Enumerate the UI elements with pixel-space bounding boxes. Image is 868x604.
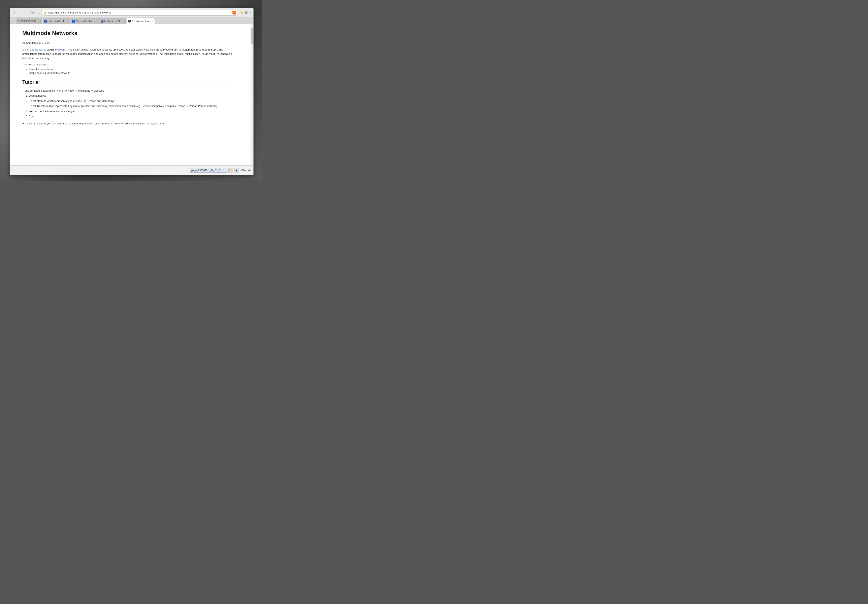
- close-button[interactable]: ×: [12, 10, 17, 15]
- version-label: This version contains:: [22, 63, 234, 66]
- tab-favicon: ⊙: [128, 20, 131, 23]
- fullscreen-icon[interactable]: ⤢: [249, 11, 252, 14]
- feature-text: Graph coloring for bipartite network: [29, 71, 70, 75]
- forward-button[interactable]: →: [24, 10, 29, 15]
- tutorial-menu-text: Transformation is available in menu: Win…: [22, 89, 234, 92]
- tab-close-icon[interactable]: ×: [39, 20, 41, 23]
- features-list: Projection of network Graph coloring for…: [29, 68, 234, 75]
- multimode-networks-link[interactable]: Multimode Networks: [22, 48, 46, 51]
- list-item: Run!: [29, 114, 234, 118]
- tab-close-icon[interactable]: ×: [152, 20, 153, 23]
- intro-paragraph: Multimode Networks plugin for Gephi . Th…: [22, 48, 234, 60]
- scrollbar[interactable]: [251, 24, 253, 165]
- tutorial-heading: Tutorial: [22, 79, 234, 87]
- tab-favicon: L: [72, 20, 75, 23]
- list-item: Select Transformation represented by mat…: [29, 104, 234, 108]
- tab-favicon: 🗺: [17, 20, 20, 23]
- open-folder-button[interactable]: 📁: [228, 168, 233, 173]
- clear-all-button[interactable]: Clear All: [241, 169, 251, 172]
- tab-item-active[interactable]: ⊙ GitHub - jaroslav-... ×: [127, 18, 155, 24]
- download-filename: page_2360619..._14_31_01.zip: [189, 168, 227, 172]
- intro-text-middle: plugin for: [47, 48, 58, 51]
- tab-label: 台北市地理相圖...: [21, 20, 38, 23]
- download-options-button[interactable]: ▼: [234, 168, 239, 173]
- toolbar-icons: ★ ⚙ ⤢: [240, 10, 252, 15]
- step-text: Select attribute which represents type o…: [29, 99, 114, 102]
- tab-favicon: F: [101, 20, 104, 23]
- tab-item[interactable]: ♂ netvizz on Faceb... ×: [43, 18, 70, 24]
- list-item: Graph coloring for bipartite network: [29, 71, 234, 75]
- page-content: Multimode Networks Author: Jaroslav Kuch…: [10, 24, 251, 165]
- rss-label: RSS: [232, 12, 236, 14]
- tab-close-icon[interactable]: ×: [96, 20, 98, 23]
- folder-icon: 📁: [229, 169, 232, 172]
- list-item: Select attribute which represents type o…: [29, 99, 234, 103]
- settings-gear-icon[interactable]: ⚙: [245, 11, 248, 15]
- list-item: Projection of network: [29, 68, 234, 71]
- page-title: Multimode Networks: [22, 30, 234, 38]
- url-bar-container: 🔒 RSS: [42, 10, 238, 16]
- step-text: Select Transformation represented by mat…: [29, 104, 217, 107]
- list-item: Load attributes: [29, 94, 234, 98]
- list-item: You can decide to remove nodes, edges: [29, 109, 234, 113]
- refresh-button[interactable]: ↻: [30, 10, 35, 15]
- tab-close-icon[interactable]: ×: [124, 20, 125, 23]
- tab-close-icon[interactable]: ×: [68, 20, 69, 23]
- browser-content: Multimode Networks Author: Jaroslav Kuch…: [10, 24, 253, 165]
- browser-topbar: × ← → ↻ ⌂ 🔒 RSS ★ ⚙ ⤢: [10, 8, 253, 17]
- tab-label: GitHub - jaroslav-...: [132, 20, 151, 22]
- home-button[interactable]: ⌂: [36, 10, 41, 15]
- tab-item[interactable]: L Find my Faceboo... ×: [71, 18, 99, 24]
- tab-label: netvizz on Faceb...: [48, 20, 66, 22]
- tab-favicon: ♂: [44, 20, 47, 23]
- back-button[interactable]: ←: [18, 10, 23, 15]
- bookmark-star-icon[interactable]: ★: [240, 10, 243, 15]
- feature-text: Projection of network: [29, 68, 53, 71]
- tab-label: Find my Faceboo...: [76, 20, 95, 22]
- lock-icon: 🔒: [44, 11, 47, 14]
- steps-list: Load attributes Select attribute which r…: [29, 94, 234, 118]
- new-tab-button[interactable]: +: [11, 19, 16, 23]
- step-text: Load attributes: [29, 94, 46, 97]
- rss-icon[interactable]: RSS: [232, 11, 236, 14]
- gephi-link[interactable]: Gephi: [58, 48, 65, 51]
- download-item: page_2360619..._14_31_01.zip 📁 ▼ Clear A…: [189, 168, 251, 173]
- download-bar: page_2360619..._14_31_01.zip 📁 ▼ Clear A…: [10, 165, 253, 175]
- step-text: You can decide to remove nodes, edges: [29, 110, 76, 113]
- browser-tabs: + 🗺 台北市地理相圖... × ♂ netvizz on Faceb... ×…: [10, 17, 253, 24]
- author-line: Author: Jaroslav Kuchar: [22, 42, 234, 45]
- url-input[interactable]: [48, 11, 232, 14]
- chevron-down-icon: ▼: [235, 169, 238, 172]
- tab-item[interactable]: F facebook.com/th... ×: [99, 18, 126, 24]
- step-text: Run!: [29, 115, 34, 118]
- tab-item[interactable]: 🗺 台北市地理相圖... ×: [16, 18, 42, 24]
- browser-window: × ← → ↻ ⌂ 🔒 RSS ★ ⚙ ⤢ + 🗺 台北市地理相圖... × ♂…: [10, 8, 254, 175]
- tab-label: facebook.com/th...: [104, 20, 122, 22]
- bipartite-note: For bipartite network you can color your…: [22, 122, 234, 126]
- scrollbar-thumb[interactable]: [251, 28, 253, 44]
